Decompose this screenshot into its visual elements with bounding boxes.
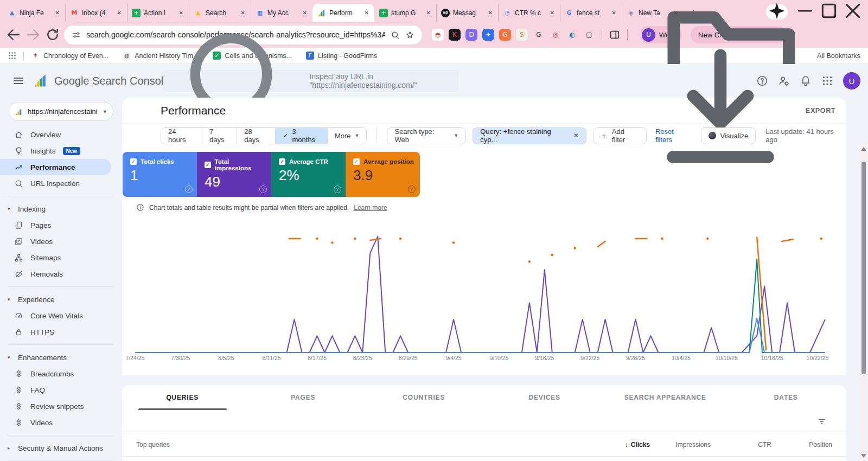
back-button[interactable] — [5, 27, 22, 43]
tab-close-icon[interactable]: ✕ — [549, 9, 556, 17]
dimension-tab[interactable]: PAGES — [243, 385, 364, 410]
date-range-button[interactable]: More ▼ — [328, 128, 367, 144]
g-dark-extension-icon[interactable]: G — [533, 29, 545, 41]
menu-icon[interactable] — [12, 74, 25, 87]
visualize-button[interactable]: Visualize — [701, 127, 756, 144]
bookmark-item[interactable]: F Listing - GoodFirms — [306, 52, 377, 60]
dimension-tab[interactable]: DATES — [726, 385, 847, 410]
bookmark-star-icon[interactable] — [405, 30, 414, 40]
metric-card[interactable]: Total clicks 1 ? — [123, 152, 197, 197]
zoom-icon[interactable] — [391, 30, 400, 40]
sidebar-item[interactable]: Pages — [0, 217, 122, 233]
tab-close-icon[interactable]: ✕ — [611, 9, 617, 17]
sidebar-item[interactable]: URL inspection — [0, 175, 122, 191]
k-extension-icon[interactable]: K — [449, 29, 461, 41]
dimension-tab[interactable]: COUNTRIES — [363, 385, 484, 410]
export-button[interactable]: EXPORT — [639, 28, 835, 193]
add-filter-button[interactable]: ＋ Add filter — [593, 127, 647, 144]
metric-card[interactable]: Total impressions 49 ? — [197, 152, 271, 197]
sidebar-item[interactable]: FAQ — [0, 382, 122, 398]
metric-card[interactable]: Average CTR 2% ? — [271, 152, 346, 197]
help-icon[interactable]: ? — [408, 185, 416, 193]
bookmark-item[interactable]: ⚜ Chronology of Even... — [31, 52, 108, 60]
sidebar-group-header[interactable]: Indexing — [0, 201, 122, 217]
filter-chip[interactable]: Search type: Web ▼ — [387, 127, 466, 144]
d-extension-icon[interactable]: D — [465, 29, 477, 41]
tab-close-icon[interactable]: ✕ — [425, 9, 432, 17]
metric-checkbox[interactable] — [353, 158, 360, 165]
tab-close-icon[interactable]: ✕ — [363, 9, 370, 17]
table-first-column[interactable]: Top queries — [136, 441, 589, 449]
date-range-button[interactable]: ✓ 3 months — [276, 128, 327, 144]
property-selector[interactable]: https://ninjafencestaini... ▼ — [9, 102, 113, 121]
date-range-button[interactable]: 24 hours — [161, 128, 202, 144]
browser-tab[interactable]: ◉ New Ta ✕ — [622, 4, 684, 22]
filter-chip[interactable]: Query: +fence staining cyp... ✕ — [473, 127, 586, 144]
sidebar-item[interactable]: Videos — [0, 233, 122, 249]
pin-extension-icon[interactable]: ◎ — [550, 29, 561, 41]
gsc-logo-icon[interactable] — [33, 73, 49, 88]
browser-tab[interactable]: M Inbox (4 ✕ — [65, 4, 127, 22]
sidebar-item[interactable]: Insights New — [0, 143, 122, 159]
metric-checkbox[interactable] — [279, 158, 285, 165]
tag-extension-icon[interactable]: ✦ — [482, 29, 494, 41]
sidebar-item[interactable]: Overview — [0, 126, 122, 143]
tab-close-icon[interactable]: ✕ — [54, 9, 61, 17]
sidebar-item[interactable]: Performance — [0, 159, 111, 175]
metric-checkbox[interactable] — [130, 158, 137, 165]
site-settings-icon[interactable] — [72, 30, 81, 40]
sidebar-item[interactable]: Breadcrumbs — [0, 366, 122, 382]
metric-card[interactable]: Average position 3.9 ? — [346, 152, 420, 197]
sidebar-group-header[interactable]: Security & Manual Actions — [0, 440, 122, 456]
account-avatar[interactable]: U — [843, 72, 860, 89]
sidebar-group-header[interactable]: Experience — [0, 291, 122, 308]
remove-filter-icon[interactable]: ✕ — [572, 132, 579, 139]
table-filter-icon[interactable] — [817, 417, 827, 426]
dimension-tab[interactable]: QUERIES — [122, 385, 243, 410]
sq-extension-icon[interactable]: S — [516, 29, 528, 41]
sidebar-item[interactable]: Review snippets — [0, 398, 122, 414]
table-column-header[interactable]: ↓ Clicks — [589, 441, 650, 449]
metric-checkbox[interactable] — [205, 162, 211, 168]
table-column-header[interactable]: Position — [771, 441, 832, 449]
page-scrollbar[interactable] — [860, 144, 867, 461]
tab-close-icon[interactable]: ✕ — [673, 9, 679, 17]
url-inspect-input[interactable]: Inspect any URL in "https://ninjafencest… — [163, 70, 458, 92]
date-range-button[interactable]: 28 days — [237, 128, 276, 144]
g-orange-extension-icon[interactable]: G — [499, 29, 511, 41]
scroll-down-icon[interactable] — [861, 454, 866, 458]
tab-close-icon[interactable]: ✕ — [487, 9, 494, 17]
sidebar-item[interactable]: Videos — [0, 414, 122, 431]
sidebar-item[interactable]: Removals — [0, 266, 122, 282]
date-range-button[interactable]: 7 days — [202, 128, 237, 144]
browser-tab[interactable]: Perform ✕ — [312, 4, 374, 22]
apps-grid-icon[interactable] — [8, 51, 17, 60]
help-icon[interactable]: ? — [334, 185, 341, 193]
browser-tab[interactable]: ◔ CTR % c ✕ — [498, 4, 560, 22]
help-icon[interactable]: ? — [259, 185, 267, 193]
browser-tab[interactable]: G fence st ✕ — [560, 4, 622, 22]
browser-tab[interactable]: ▲ Ninja Fe ✕ — [3, 4, 65, 22]
kettle-extension-icon[interactable]: ▢ — [583, 29, 595, 41]
performance-chart[interactable]: 7/24/257/30/258/5/258/11/258/17/258/23/2… — [122, 223, 844, 370]
sidebar-item[interactable]: Core Web Vitals — [0, 308, 122, 324]
table-column-header[interactable]: CTR — [711, 441, 771, 449]
pokeball-extension-icon[interactable]: ◓ — [432, 29, 444, 41]
tab-close-icon[interactable]: ✕ — [116, 9, 123, 17]
scroll-up-icon[interactable] — [861, 147, 866, 151]
table-column-header[interactable]: Impressions — [650, 441, 711, 449]
leaf-extension-icon[interactable]: ◐ — [566, 29, 578, 41]
dimension-tab[interactable]: SEARCH APPEARANCE — [605, 385, 726, 410]
sidebar-item[interactable]: Sitemaps — [0, 249, 122, 266]
dimension-tab[interactable]: DEVICES — [484, 385, 605, 410]
learn-more-link[interactable]: Learn more — [354, 204, 387, 212]
reload-button[interactable] — [44, 27, 61, 43]
side-panel-icon[interactable] — [609, 29, 621, 41]
scrollbar-thumb[interactable] — [861, 162, 866, 374]
browser-tab[interactable]: + stump G ✕ — [374, 4, 436, 22]
forward-button[interactable] — [25, 27, 41, 43]
browser-tab[interactable]: up Messag ✕ — [436, 4, 498, 22]
reset-filters-link[interactable]: Reset filters — [655, 127, 692, 144]
sidebar-item[interactable]: HTTPS — [0, 324, 122, 340]
help-icon[interactable]: ? — [185, 185, 193, 193]
